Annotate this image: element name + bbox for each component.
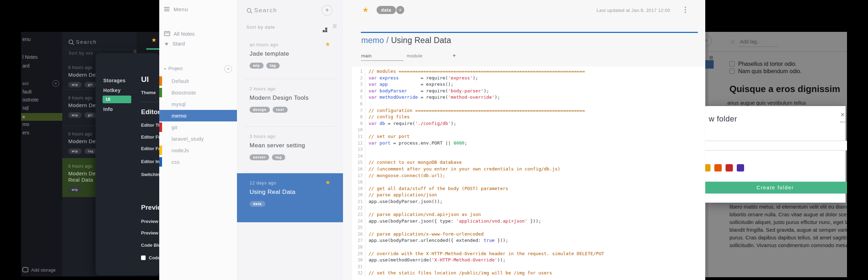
code-token: 'application/vnd.api+json' [456,218,527,224]
code-token: ); [484,88,489,93]
sidebar-folder-item[interactable]: laravel_study [159,133,237,145]
sidebar-folder-item[interactable]: git [159,121,237,133]
settings-panel: Storages Hotkey UI Info UIThemeEditorEdi… [96,53,159,275]
dark-project-header[interactable]: ect [22,81,28,86]
star-icon[interactable]: ★ [325,179,330,186]
note-star-toggle[interactable]: ★ [362,6,369,14]
color-swatch[interactable] [714,164,722,172]
sidebar-folder-item[interactable]: Default [159,75,237,87]
line-number: 26 [352,231,365,238]
tag-pill: wip [250,63,264,69]
settings-item[interactable]: Preview F [141,219,159,224]
settings-item[interactable]: Code Bloc [141,243,159,248]
settings-nav-info[interactable]: Info [103,106,113,112]
checkbox[interactable] [141,255,146,260]
code-token: ); [472,75,478,80]
sidebar-item-starred[interactable]: ★Stard [164,41,185,47]
note-card[interactable]: 3 hours agoMean server settingservertag [237,127,343,173]
code-lines: 1// modules ============================… [352,68,705,276]
dark-folder-item[interactable]: mo [22,121,29,127]
dark-folder-item[interactable]: ers [22,130,29,135]
note-title: Jade template [250,50,343,57]
note-card[interactable]: an hours ago★Jade templatewiptag [237,35,343,79]
code-line: 5var methodOverride = require('method-ov… [352,94,705,101]
breadcrumb[interactable]: memo / [361,36,391,45]
menu-toggle[interactable]: Menu [164,6,188,12]
code-line: 7// configuration ======================… [352,107,705,114]
settings-item[interactable]: Switching [141,172,159,177]
last-updated-label: Last updated at Jan.9, 2017 12:00 [596,8,670,13]
dark-sort-select[interactable]: Sort by xxx [69,51,93,56]
dark-search-input[interactable]: Search [69,39,97,45]
code-token: bodyParser [379,88,407,93]
code-line: 19// get all data/stuff of the body (POS… [352,186,705,192]
sidebar-folder-item-selected[interactable]: memo [159,110,237,121]
settings-item[interactable]: Editor Th [141,122,159,128]
note-card[interactable]: 2 hours agoModern Design Toolsdesigntool [237,79,343,127]
sidebar-folder-item[interactable]: mysql [159,98,237,110]
settings-nav-ui-selected[interactable]: UI [103,96,131,103]
dark-add-storage-button[interactable]: Add storage [22,267,56,273]
line-number: 31 [352,264,365,270]
code-editor[interactable]: 1// modules ============================… [352,66,705,280]
dark-sidebar-item-all-notes[interactable]: l Notes [22,54,38,60]
settings-item[interactable]: Theme [141,90,156,95]
color-swatch[interactable] [705,164,710,172]
add-folder-button[interactable]: + [224,65,232,73]
line-number: 15 [352,159,365,166]
add-tag-button[interactable]: + [396,6,404,14]
note-tag-pill[interactable]: data [377,6,396,14]
note-title[interactable]: memo / Using Real Data [361,36,451,45]
code-line: 20// parse application/json [352,192,705,198]
project-section-header[interactable]: ▾Project [164,66,183,71]
code-line: 27app.use(bodyParser.urlencoded({ extend… [352,237,705,244]
sidebar-folder-item[interactable]: nodeJs [159,145,237,156]
settings-nav-hotkey[interactable]: Hotkey [103,88,121,93]
settings-item[interactable]: Editor Ind [141,159,159,164]
star-icon[interactable]: ★ [151,36,156,44]
dark-folder-item[interactable]: sql [22,105,29,111]
modal-title: w folder [709,114,737,124]
settings-nav-storages[interactable]: Storages [103,78,126,83]
sidebar-folder-item[interactable]: css [159,156,237,168]
color-swatch[interactable] [737,164,744,172]
code-token: express [379,75,399,80]
settings-item[interactable]: Preview F [141,230,159,236]
grid-view-icon[interactable] [323,25,330,31]
list-view-icon[interactable]: ≣ [332,23,337,29]
tab-module[interactable]: module [407,53,422,58]
line-number: 24 [352,218,365,225]
dark-folder-item[interactable]: ostnote [22,97,38,103]
sort-select[interactable]: Sort by date [246,24,275,30]
create-folder-button[interactable]: Create folder [705,182,847,194]
color-swatch[interactable] [726,164,733,172]
search-icon [69,40,73,44]
dark-sidebar-item-starred[interactable]: ard [22,63,29,69]
close-icon[interactable]: × [840,110,845,119]
new-tab-button[interactable]: + [453,52,456,59]
note-date: 3 hours ago [250,134,343,139]
folder-name-input[interactable] [705,141,847,150]
code-line: 23// parse application/vnd.api+json as j… [352,211,705,218]
code-token: // parse application/json [369,192,437,197]
tab-main[interactable]: main [361,53,372,58]
settings-item[interactable]: Editor Fo [141,134,159,140]
code-token: var [369,121,377,126]
line-number: 9 [352,120,365,127]
settings-item[interactable]: Editor Fo [141,146,159,151]
dark-menu-item[interactable]: enu [22,36,30,42]
dark-folder-item-selected[interactable]: e [21,113,62,121]
settings-checkbox-row[interactable]: Code B [141,255,159,260]
dark-add-folder-icon[interactable]: + [52,80,59,87]
code-token: app.use(bodyParser.json()); [369,199,442,204]
search-input[interactable]: Search [247,7,277,14]
sidebar-folder-item[interactable]: Boostnote [159,87,237,98]
star-icon[interactable]: ★ [325,41,330,48]
note-menu-button[interactable] [685,6,686,14]
new-note-button[interactable]: + [322,5,332,16]
dark-folder-item[interactable]: fault [22,89,31,94]
note-card-selected[interactable]: 12 days ago★Using Real Datadata [237,173,343,222]
sidebar-item-all-notes[interactable]: All Notes [164,31,195,37]
settings-heading: UI [141,75,149,84]
accent-divider [361,32,698,33]
